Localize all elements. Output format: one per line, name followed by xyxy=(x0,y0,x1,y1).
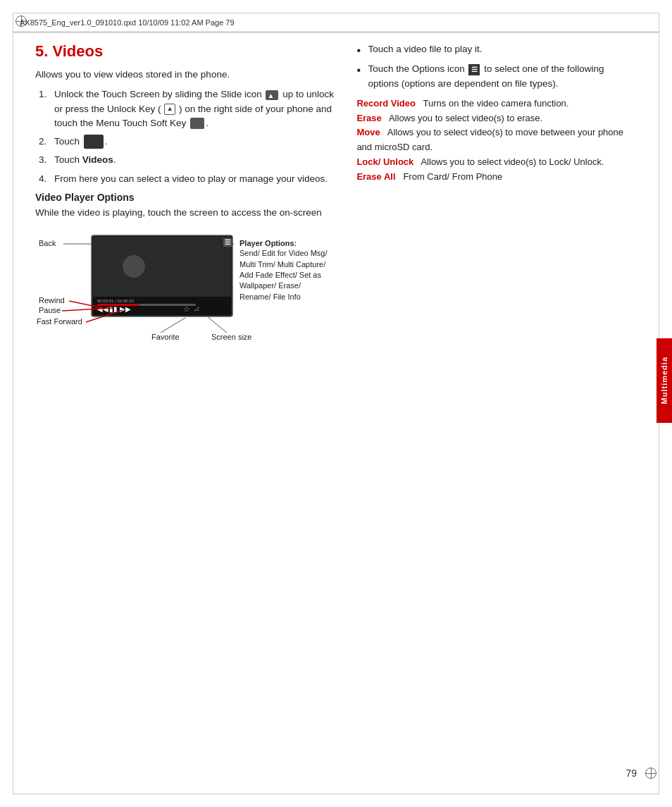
step-4-num: 4. xyxy=(39,172,51,186)
svg-text:☰: ☰ xyxy=(225,239,230,246)
svg-point-2 xyxy=(123,255,145,278)
option-erase: Erase Allows you to select video(s) to e… xyxy=(356,111,630,126)
step-3-text: Touch Videos. xyxy=(54,153,116,167)
step-1-num: 1. xyxy=(39,87,51,130)
option-move: Move Allows you to select video(s) to mo… xyxy=(356,125,630,155)
svg-rect-1 xyxy=(93,237,231,297)
step-1: 1. Unlock the Touch Screen by sliding th… xyxy=(39,87,335,130)
label-player-options: Player Options: xyxy=(239,239,296,247)
slide-icon xyxy=(266,90,278,100)
menu-icon xyxy=(190,118,204,129)
bullet-1-text: Touch a video file to play it. xyxy=(368,44,482,54)
step-3-num: 3. xyxy=(39,153,51,167)
step-4-text: From here you can select a video to play… xyxy=(54,172,328,186)
svg-line-19 xyxy=(208,317,227,333)
svg-text:00:00:01 / 00:00:30: 00:00:01 / 00:00:30 xyxy=(97,299,134,303)
multimedia-icon xyxy=(84,135,104,149)
diagram-section: 00:00:01 / 00:00:30 ◀◀ ▮▮ ▶▶ ☆ ◿ ☰ Back xyxy=(35,228,335,302)
page-number: 79 xyxy=(626,768,637,779)
step-2-text: Touch . xyxy=(54,135,108,149)
option-erase-all-desc: From Card/ From Phone xyxy=(398,171,502,182)
option-lock-unlock-label: Lock/ Unlock xyxy=(356,156,413,167)
player-options-desc: Send/ Edit for Video Msg/ Multi Trim/ Mu… xyxy=(239,248,331,302)
label-rewind: Rewind xyxy=(39,296,65,304)
bullet-2-text: Touch the Options icon ☰ to select one o… xyxy=(368,63,604,88)
step-3: 3. Touch Videos. xyxy=(39,153,335,167)
options-list: Record Video Turns on the video camera f… xyxy=(356,97,630,185)
crosshair-bottom-right xyxy=(645,768,657,779)
step-4: 4. From here you can select a video to p… xyxy=(39,172,335,186)
option-record-video: Record Video Turns on the video camera f… xyxy=(356,97,630,111)
option-erase-label: Erase xyxy=(356,113,381,123)
option-record-video-desc: Turns on the video camera function. xyxy=(418,98,569,109)
label-favorite: Favorite xyxy=(151,333,180,341)
option-erase-all: Erase All From Card/ From Phone xyxy=(356,170,630,185)
section-title: 5. Videos xyxy=(35,42,335,61)
main-content: 5. Videos Allows you to view videos stor… xyxy=(35,42,630,765)
label-pause: Pause xyxy=(39,306,61,314)
svg-line-18 xyxy=(161,318,185,333)
left-column: 5. Videos Allows you to view videos stor… xyxy=(35,42,335,302)
player-options-text: Send/ Edit for Video Msg/ Multi Trim/ Mu… xyxy=(239,249,328,301)
options-icon: ☰ xyxy=(468,64,480,75)
video-player-options-heading: Video Player Options xyxy=(35,192,335,203)
option-move-label: Move xyxy=(356,127,380,137)
bullet-2: Touch the Options icon ☰ to select one o… xyxy=(356,62,630,91)
intro-text: Allows you to view videos stored in the … xyxy=(35,68,335,82)
option-erase-desc: Allows you to select video(s) to erase. xyxy=(384,113,542,123)
option-move-desc: Allows you to select video(s) to move be… xyxy=(356,127,623,152)
side-tab-label: Multimedia xyxy=(660,357,668,404)
page-header: AX8575_Eng_ver1.0_091010.qxd 10/10/09 11… xyxy=(13,13,659,32)
key-icon: ▲ xyxy=(164,104,175,115)
option-erase-all-label: Erase All xyxy=(356,171,395,182)
svg-text:◿: ◿ xyxy=(194,305,199,312)
header-text: AX8575_Eng_ver1.0_091010.qxd 10/10/09 11… xyxy=(20,18,235,27)
bullet-list: Touch a video file to play it. Touch the… xyxy=(356,42,630,91)
side-tab-multimedia: Multimedia xyxy=(657,338,672,423)
label-back: Back xyxy=(39,239,56,247)
option-lock-unlock: Lock/ Unlock Allows you to select video(… xyxy=(356,155,630,170)
step-2: 2. Touch . xyxy=(39,135,335,149)
two-column-layout: 5. Videos Allows you to view videos stor… xyxy=(35,42,630,302)
option-lock-unlock-desc: Allows you to select video(s) to Lock/ U… xyxy=(416,156,604,167)
option-record-video-label: Record Video xyxy=(356,98,416,109)
video-player-options-desc: While the video is playing, touch the sc… xyxy=(35,206,335,220)
svg-text:▶▶: ▶▶ xyxy=(120,305,131,313)
label-screen-size: Screen size xyxy=(211,333,251,341)
bullet-1: Touch a video file to play it. xyxy=(356,42,630,56)
right-column: Touch a video file to play it. Touch the… xyxy=(356,42,630,302)
step-1-text: Unlock the Touch Screen by sliding the S… xyxy=(54,87,335,130)
numbered-list: 1. Unlock the Touch Screen by sliding th… xyxy=(39,87,335,186)
step-2-num: 2. xyxy=(39,135,51,149)
label-fast-forward: Fast Forward xyxy=(37,317,82,326)
svg-text:☆: ☆ xyxy=(183,304,190,313)
